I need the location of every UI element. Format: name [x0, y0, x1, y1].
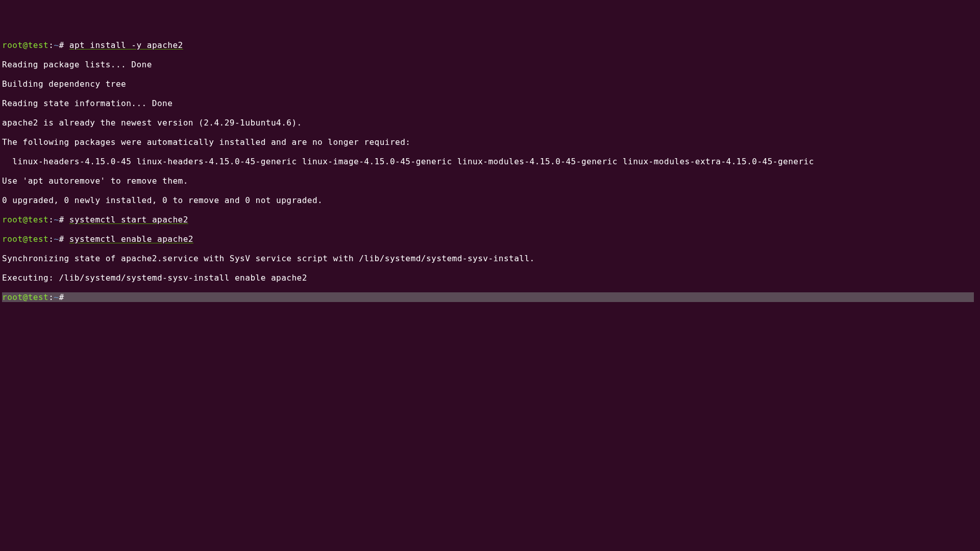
- command-text: systemctl start apache2: [69, 215, 188, 224]
- prompt-user-host: root@test: [2, 215, 48, 224]
- terminal-current-line[interactable]: root@test:~#: [2, 292, 974, 302]
- prompt-colon: :: [48, 234, 54, 244]
- prompt-user-host: root@test: [2, 234, 48, 244]
- terminal-output: linux-headers-4.15.0-45 linux-headers-4.…: [2, 157, 978, 166]
- prompt-path: ~: [54, 234, 59, 244]
- prompt-path: ~: [54, 292, 59, 302]
- terminal-output: Use 'apt autoremove' to remove them.: [2, 176, 978, 186]
- terminal-output: 0 upgraded, 0 newly installed, 0 to remo…: [2, 195, 978, 205]
- prompt-colon: :: [48, 40, 54, 50]
- terminal-line[interactable]: root@test:~# systemctl start apache2: [2, 215, 978, 224]
- command-text: apt install -y apache2: [69, 40, 183, 50]
- prompt-path: ~: [54, 40, 59, 50]
- prompt-hash: #: [59, 234, 69, 244]
- terminal-output: The following packages were automaticall…: [2, 137, 978, 147]
- prompt-user-host: root@test: [2, 40, 48, 50]
- prompt-path: ~: [54, 215, 59, 224]
- command-text: systemctl enable apache2: [69, 234, 193, 244]
- terminal-line[interactable]: root@test:~# systemctl enable apache2: [2, 234, 978, 244]
- terminal-output: Reading package lists... Done: [2, 60, 978, 69]
- prompt-colon: :: [48, 215, 54, 224]
- terminal-line[interactable]: root@test:~# apt install -y apache2: [2, 40, 978, 50]
- prompt-colon: :: [48, 292, 54, 302]
- terminal-output: apache2 is already the newest version (2…: [2, 118, 978, 128]
- prompt-hash: #: [59, 215, 69, 224]
- prompt-hash: #: [59, 40, 69, 50]
- terminal-output: Reading state information... Done: [2, 98, 978, 108]
- prompt-user-host: root@test: [2, 292, 48, 302]
- terminal-output: Building dependency tree: [2, 79, 978, 89]
- terminal-output: Synchronizing state of apache2.service w…: [2, 254, 978, 263]
- prompt-hash: #: [59, 292, 69, 302]
- terminal-output: Executing: /lib/systemd/systemd-sysv-ins…: [2, 273, 978, 283]
